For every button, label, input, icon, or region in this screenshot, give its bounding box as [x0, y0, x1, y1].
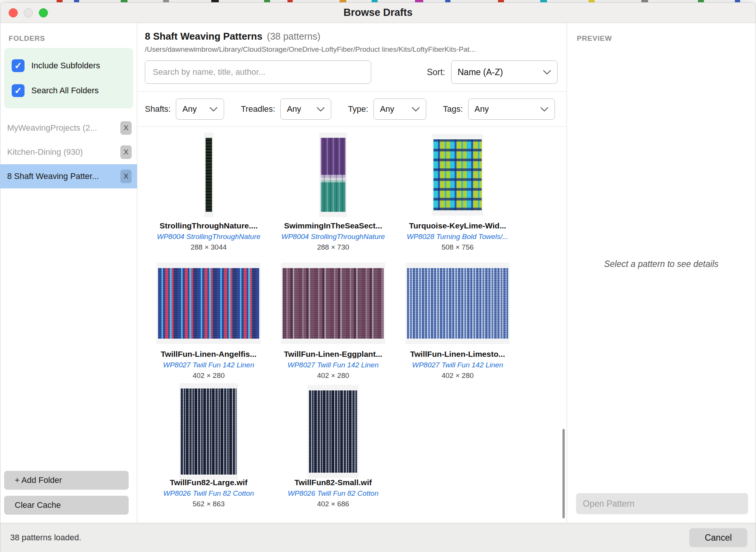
pattern-card-twillfun-linen-limestone[interactable]: TwillFun-Linen-Limesto... WP8027 Twill F…: [395, 261, 520, 380]
pattern-thumbnail-area: [432, 133, 483, 217]
pattern-thumbnail: [179, 383, 238, 480]
pattern-size: 402 × 686: [317, 500, 349, 508]
type-filter-select[interactable]: Any: [373, 99, 426, 120]
folder-item-8-shaft-weaving-patterns[interactable]: 8 Shaft Weaving Patter... X: [0, 164, 137, 188]
pattern-swatch: [309, 390, 357, 473]
folder-label: Kitchen-Dining (930): [7, 147, 83, 157]
treadles-filter-value: Any: [287, 104, 301, 114]
type-filter: Type: Any: [348, 99, 426, 120]
folder-label: 8 Shaft Weaving Patter...: [7, 171, 99, 181]
tags-filter: Tags: Any: [443, 99, 555, 120]
folder-path: /Users/dawnewimbrow/Library/CloudStorage…: [145, 45, 559, 54]
status-bar: 38 patterns loaded. Cancel: [0, 523, 756, 552]
pattern-swatch: [433, 139, 482, 210]
window-title: Browse Drafts: [343, 7, 412, 19]
clear-cache-button[interactable]: Clear Cache: [4, 496, 129, 515]
search-options-panel: ✓ Include Subfolders ✓ Search All Folder…: [4, 48, 133, 108]
chevron-down-icon: [540, 107, 549, 112]
scrollbar-thumb[interactable]: [562, 429, 565, 518]
pattern-swatch: [181, 389, 237, 475]
folder-item-kitchen-dining[interactable]: Kitchen-Dining (930) X: [0, 140, 137, 164]
pattern-name: Turquoise-KeyLime-Wid...: [409, 221, 506, 230]
pattern-thumbnail: [157, 263, 261, 344]
folder-label: MyWeavingProjects (2...: [7, 123, 97, 133]
pattern-thumbnail-area: [307, 390, 359, 473]
pattern-kit-link[interactable]: WP8027 Twill Fun 142 Linen: [287, 361, 379, 369]
pattern-name: SwimmingInTheSeaSect...: [284, 221, 382, 230]
tags-filter-select[interactable]: Any: [468, 99, 555, 120]
cancel-button[interactable]: Cancel: [689, 528, 747, 547]
pattern-kit-link[interactable]: WP8028 Turning Bold Towels/...: [407, 233, 508, 241]
folder-item-myweavingprojects[interactable]: MyWeavingProjects (2... X: [0, 116, 137, 140]
preview-empty-message: Select a pattern to see details: [567, 259, 756, 269]
preview-header: PREVIEW: [577, 34, 756, 43]
pattern-swatch: [158, 268, 259, 339]
pattern-card-twillfun-linen-angelfish[interactable]: TwillFun-Linen-Angelfis... WP8027 Twill …: [146, 261, 271, 380]
sort-group: Sort: Name (A-Z): [427, 60, 558, 84]
zoom-button[interactable]: [39, 8, 48, 17]
treadles-filter: Treadles: Any: [241, 99, 331, 120]
minimize-button[interactable]: [24, 8, 33, 17]
remove-folder-button[interactable]: X: [120, 170, 132, 183]
pattern-thumbnail-area: [281, 261, 385, 345]
shafts-filter-select[interactable]: Any: [176, 99, 224, 120]
include-subfolders-row: ✓ Include Subfolders: [4, 53, 133, 78]
shafts-filter: Shafts: Any: [145, 99, 224, 120]
pattern-kit-link[interactable]: WP8027 Twill Fun 142 Linen: [412, 361, 503, 369]
pattern-count: (38 patterns): [267, 31, 321, 42]
pattern-kit-link[interactable]: WP8004 StrollingThroughNature: [281, 233, 385, 241]
pattern-card-swimminginthesea[interactable]: SwimmingInTheSeaSect... WP8004 Strolling…: [271, 133, 395, 251]
title-bar: Browse Drafts: [0, 3, 756, 23]
chevron-down-icon: [317, 107, 325, 112]
include-subfolders-checkbox[interactable]: ✓: [12, 59, 25, 72]
close-button[interactable]: [9, 8, 18, 17]
pattern-swatch: [206, 138, 212, 212]
chevron-down-icon: [209, 107, 218, 112]
pattern-card-turquoise-keylime[interactable]: Turquoise-KeyLime-Wid... WP8028 Turning …: [395, 133, 520, 251]
pattern-card-twillfun82-small[interactable]: TwillFun82-Small.wif WP8026 Twill Fun 82…: [271, 390, 395, 508]
pattern-kit-link[interactable]: WP8026 Twill Fun 82 Cotton: [288, 489, 378, 498]
tags-filter-label: Tags:: [443, 104, 463, 114]
pattern-thumbnail: [307, 385, 359, 478]
folders-header: FOLDERS: [9, 34, 137, 43]
pattern-card-twillfun82-large[interactable]: TwillFun82-Large.wif WP8026 Twill Fun 82…: [146, 390, 271, 508]
tags-filter-value: Any: [475, 104, 489, 114]
pattern-thumbnail: [281, 263, 385, 344]
pattern-name: StrollingThroughNature....: [160, 221, 258, 230]
pattern-thumbnail: [432, 134, 483, 216]
pattern-thumbnail-area: [204, 133, 214, 217]
pattern-grid: StrollingThroughNature.... WP8004 Stroll…: [137, 127, 567, 508]
search-input[interactable]: [145, 60, 371, 84]
pattern-name: TwillFun82-Large.wif: [170, 478, 247, 487]
pattern-card-strollingthroughnature[interactable]: StrollingThroughNature.... WP8004 Stroll…: [146, 133, 271, 251]
pattern-kit-link[interactable]: WP8004 StrollingThroughNature: [157, 233, 261, 241]
add-folder-button[interactable]: + Add Folder: [4, 471, 129, 490]
traffic-lights: [9, 3, 48, 23]
sort-label: Sort:: [427, 67, 445, 77]
type-filter-label: Type:: [348, 104, 368, 114]
treadles-filter-select[interactable]: Any: [280, 99, 331, 120]
shafts-filter-value: Any: [182, 104, 197, 114]
pattern-size: 402 × 280: [192, 372, 224, 380]
preview-panel: PREVIEW Select a pattern to see details …: [567, 23, 756, 523]
filter-row: Shafts: Any Treadles: Any: [137, 91, 567, 127]
pattern-kit-link[interactable]: WP8026 Twill Fun 82 Cotton: [163, 489, 254, 498]
search-all-folders-checkbox[interactable]: ✓: [12, 84, 25, 97]
remove-folder-button[interactable]: X: [120, 145, 132, 159]
pattern-size: 508 × 756: [441, 243, 473, 251]
remove-folder-button[interactable]: X: [120, 121, 132, 135]
pattern-thumbnail: [406, 263, 510, 344]
pattern-thumbnail-area: [406, 261, 510, 345]
search-row: Sort: Name (A-Z): [137, 54, 567, 91]
pattern-thumbnail-area: [179, 390, 238, 473]
treadles-filter-label: Treadles:: [241, 104, 275, 114]
pattern-size: 288 × 3044: [191, 243, 227, 251]
pattern-kit-link[interactable]: WP8027 Twill Fun 142 Linen: [163, 361, 254, 369]
pattern-name: TwillFun-Linen-Angelfis...: [161, 350, 257, 359]
open-pattern-button[interactable]: Open Pattern: [576, 493, 748, 514]
pattern-size: 562 × 863: [192, 500, 224, 508]
window-content: FOLDERS ✓ Include Subfolders ✓ Search Al…: [0, 23, 756, 523]
sort-select[interactable]: Name (A-Z): [451, 60, 558, 84]
pattern-card-twillfun-linen-eggplant[interactable]: TwillFun-Linen-Eggplant... WP8027 Twill …: [271, 261, 395, 380]
pattern-swatch: [407, 268, 508, 339]
